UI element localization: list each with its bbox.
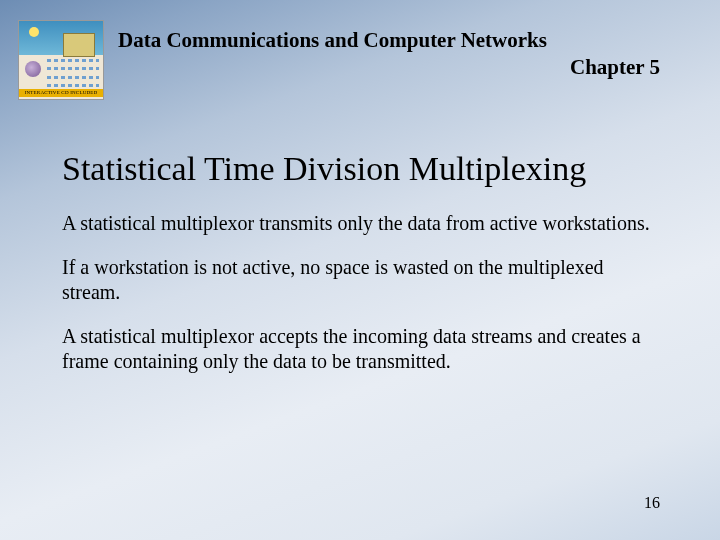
body-paragraph: A statistical multiplexor accepts the in… xyxy=(62,324,660,373)
body-paragraph: A statistical multiplexor transmits only… xyxy=(62,211,660,235)
slide-heading: Statistical Time Division Multiplexing xyxy=(62,150,660,189)
chapter-label: Chapter 5 xyxy=(118,55,660,80)
slide: INTERACTIVE CD INCLUDED Data Communicati… xyxy=(0,0,720,540)
course-title: Data Communications and Computer Network… xyxy=(118,28,660,53)
slide-content: Statistical Time Division Multiplexing A… xyxy=(62,150,660,393)
page-number: 16 xyxy=(644,494,660,512)
slide-header: INTERACTIVE CD INCLUDED Data Communicati… xyxy=(0,20,720,100)
thumbnail-caption: INTERACTIVE CD INCLUDED xyxy=(19,89,103,97)
header-title-block: Data Communications and Computer Network… xyxy=(104,20,720,100)
body-paragraph: If a workstation is not active, no space… xyxy=(62,255,660,304)
book-cover-thumbnail: INTERACTIVE CD INCLUDED xyxy=(18,20,104,100)
